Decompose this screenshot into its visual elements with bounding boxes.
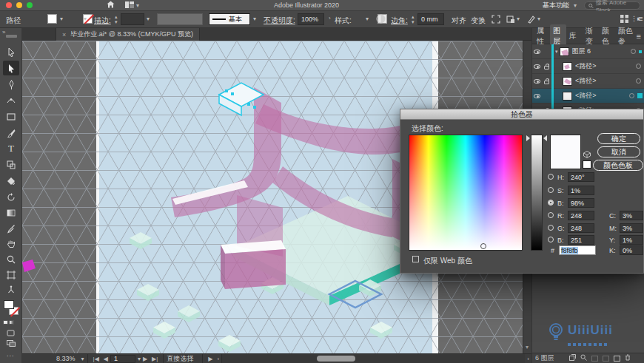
scroll-down-icon[interactable]: ▾ [526, 344, 529, 350]
pen-options-caret-icon[interactable]: ▾ [537, 16, 540, 22]
toolbar-grip[interactable] [6, 35, 17, 38]
radio-s[interactable] [548, 187, 554, 193]
make-mask-icon[interactable] [591, 356, 598, 362]
home-icon[interactable] [107, 1, 115, 10]
arrange-documents-icon[interactable] [620, 15, 628, 24]
more-tools-button[interactable]: ... [7, 350, 15, 358]
corner-field[interactable]: 0 mm [417, 13, 444, 25]
workspace-switcher[interactable]: 基本功能 [543, 1, 569, 10]
layer-thumbnail[interactable] [560, 47, 569, 56]
web-safe-swatch[interactable] [583, 160, 591, 169]
layer-name[interactable]: <路径> [575, 91, 597, 101]
tool-eyedropper[interactable] [3, 221, 19, 236]
target-circle[interactable] [631, 49, 636, 54]
radio-g[interactable] [548, 225, 554, 231]
target-circle[interactable] [636, 78, 641, 84]
web-only-checkbox[interactable] [412, 256, 419, 262]
style-caret-icon[interactable]: ▾ [366, 16, 369, 22]
shape-options-caret-icon[interactable]: ▾ [517, 16, 520, 22]
screen-mode-icon[interactable] [7, 340, 16, 348]
color-mode-icon[interactable] [3, 320, 8, 325]
recolor-icon[interactable] [376, 14, 386, 25]
dialog-titlebar[interactable]: 拾色器 [400, 109, 643, 120]
radio-b-selected[interactable] [548, 200, 554, 206]
corner-stepper-icon[interactable]: ▴▾ [412, 14, 415, 24]
layer-row[interactable]: <路径> [532, 74, 644, 89]
visibility-eye-icon[interactable] [532, 94, 542, 98]
zoom-level-field[interactable]: 8.33% [56, 355, 76, 362]
layer-row-selected[interactable]: <路径> [532, 89, 644, 104]
prev-artboard-button[interactable]: ◀ [101, 356, 110, 362]
visibility-eye-icon[interactable] [532, 64, 542, 69]
k-field[interactable]: 0% [620, 245, 643, 255]
close-window-button[interactable] [6, 2, 12, 8]
tool-pen[interactable] [3, 77, 19, 92]
zoom-caret-icon[interactable]: ▾ [81, 356, 84, 362]
last-artboard-button[interactable]: ▶| [150, 356, 160, 362]
hex-input[interactable]: f8f8fb [559, 245, 596, 255]
slider-handle-right-icon[interactable] [543, 135, 547, 141]
corner-label[interactable]: 边角: [391, 16, 408, 26]
horizontal-scrollbar[interactable] [221, 354, 525, 363]
tab-close-icon[interactable]: × [62, 31, 66, 38]
tool-direct-selection[interactable] [3, 61, 19, 75]
tool-paintbrush[interactable] [3, 126, 19, 140]
tool-curvature[interactable] [3, 93, 19, 108]
stroke-weight-label[interactable]: 描边: [94, 16, 111, 26]
cancel-button[interactable]: 取消 [597, 146, 640, 157]
layer-thumbnail[interactable] [563, 92, 572, 101]
collapse-toolbar-icon[interactable]: » [2, 29, 5, 35]
scroll-left-icon[interactable]: ‹ [215, 356, 222, 362]
visibility-eye-icon[interactable] [532, 50, 542, 54]
artboard-number-field[interactable]: 1 [110, 355, 135, 363]
tool-rectangle[interactable] [3, 109, 19, 124]
visibility-eye-icon[interactable] [532, 79, 542, 84]
h-field[interactable]: 240° [568, 172, 594, 182]
new-sublayer-icon[interactable] [603, 356, 609, 362]
tool-artboard[interactable] [3, 268, 19, 282]
layer-thumbnail[interactable] [563, 77, 572, 86]
stroke-weight-caret-icon[interactable]: ▾ [147, 16, 150, 22]
tool-gradient[interactable] [3, 206, 19, 220]
target-circle[interactable] [636, 64, 641, 69]
target-circle[interactable] [629, 93, 634, 98]
tool-free-transform[interactable] [3, 157, 19, 172]
c-field[interactable]: 3% [620, 211, 643, 220]
layer-row[interactable]: ▾ 图层 6 [532, 44, 644, 59]
y-field[interactable]: 1% [620, 235, 643, 245]
layer-thumbnail[interactable] [563, 62, 572, 71]
first-artboard-button[interactable]: |◀ [91, 356, 101, 362]
radio-r[interactable] [548, 212, 554, 218]
transform-button[interactable]: 变换 [471, 16, 486, 26]
stroke-caret-icon[interactable]: ▾ [84, 16, 87, 22]
new-layer-icon[interactable] [614, 356, 620, 362]
fill-indicator-swatch[interactable] [4, 300, 14, 309]
fill-caret-icon[interactable]: ▾ [60, 16, 63, 22]
draw-mode-icon[interactable] [7, 330, 15, 338]
slider-handle-left-icon[interactable] [526, 135, 530, 141]
brush-definition-dropdown[interactable] [157, 13, 203, 25]
tool-hand[interactable] [3, 237, 19, 251]
tool-type[interactable]: T [3, 141, 19, 156]
opacity-label[interactable]: 不透明度: [264, 16, 295, 26]
panel-menu-icon[interactable]: ≡ [638, 14, 643, 23]
document-tab[interactable]: × 毕业作业.ai* @ 8.33% (CMYK/GPU 预览) [56, 28, 200, 41]
tool-symbol[interactable] [3, 282, 19, 297]
stroke-style-caret-icon[interactable]: ▾ [253, 16, 256, 22]
scroll-right-icon[interactable]: › [525, 356, 531, 362]
lock-icon[interactable] [542, 78, 551, 84]
layer-name[interactable]: 图层 6 [572, 47, 591, 56]
color-spectrum-field[interactable] [409, 135, 523, 251]
gradient-mode-icon[interactable] [9, 320, 14, 325]
stock-search-input[interactable]: 搜索 Adobe Stock [584, 1, 640, 10]
workspace-caret-icon[interactable]: ▾ [574, 2, 577, 9]
stroke-stepper-icon[interactable]: ▴▾ [115, 14, 118, 24]
m-field[interactable]: 3% [620, 223, 643, 233]
align-button[interactable]: 对齐 [452, 16, 466, 26]
collect-export-icon[interactable] [569, 354, 576, 362]
layer-name[interactable]: <路径> [575, 76, 597, 86]
out-of-web-gamut-icon[interactable] [583, 151, 591, 160]
tool-shape-builder[interactable] [3, 174, 19, 189]
r-field[interactable]: 248 [568, 211, 594, 220]
anchor-point[interactable] [231, 92, 234, 95]
